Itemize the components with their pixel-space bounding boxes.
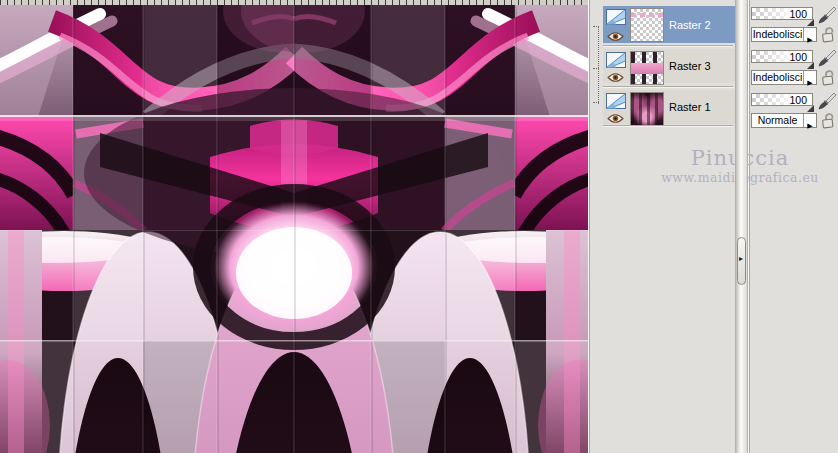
blend-mode-value: Indebolisci <box>752 71 803 84</box>
dropdown-arrow-icon: ▶ <box>807 36 812 43</box>
opacity-slider[interactable]: 100 <box>751 50 813 63</box>
layer-thumbnail <box>630 8 664 42</box>
dropdown-arrow-button[interactable]: ▶ <box>803 71 816 84</box>
panel-splitter[interactable]: ▸ <box>735 0 748 453</box>
opacity-value: 100 <box>789 8 807 20</box>
opacity-value: 100 <box>789 51 807 63</box>
splitter-handle[interactable]: ▸ <box>737 237 746 285</box>
layer-name-label: Raster 1 <box>669 101 711 113</box>
layer-thumbnail <box>630 92 664 126</box>
layer-control-block: 100 Normale ▶ <box>749 92 838 135</box>
raster-layer-icon <box>606 52 626 68</box>
lock-icon[interactable] <box>819 25 838 44</box>
layer-control-block: 100 Indebolisci ▶ <box>749 49 838 92</box>
dropdown-arrow-icon: ▶ <box>807 79 812 86</box>
raster-layer-icon <box>606 93 626 109</box>
layers-panel: Raster 2 Raster 3 <box>588 0 736 453</box>
app-screen: Pinuccia www.maidiregrafica.eu <box>0 0 838 453</box>
dropdown-arrow-button[interactable]: ▶ <box>803 114 816 127</box>
row-separator <box>603 86 733 88</box>
blend-mode-dropdown[interactable]: Indebolisci ▶ <box>751 70 817 85</box>
layer-link-rail <box>598 26 599 104</box>
opacity-slider[interactable]: 100 <box>751 7 813 20</box>
raster-layer-icon <box>606 9 626 25</box>
layer-link-stub <box>593 26 599 27</box>
canvas-artwork[interactable] <box>0 5 588 453</box>
layer-row-raster-1[interactable]: Raster 1 <box>603 90 735 124</box>
brush-icon[interactable] <box>817 6 837 24</box>
layer-controls-panel: 100 Indebolisci ▶ <box>748 0 838 453</box>
layer-name-label: Raster 3 <box>669 60 711 72</box>
layer-row-raster-2[interactable]: Raster 2 <box>603 6 735 43</box>
opacity-slider-handle[interactable] <box>807 105 814 112</box>
layer-control-block: 100 Indebolisci ▶ <box>749 6 838 49</box>
opacity-value: 100 <box>789 94 807 106</box>
layer-name-label: Raster 2 <box>669 19 711 31</box>
visibility-eye-icon[interactable] <box>607 28 624 39</box>
list-bottom-separator <box>603 125 733 127</box>
visibility-eye-icon[interactable] <box>607 69 624 80</box>
layer-link-stub <box>593 102 599 103</box>
blend-mode-value: Normale <box>752 114 803 127</box>
layer-row-raster-3[interactable]: Raster 3 <box>603 49 735 83</box>
brush-icon[interactable] <box>817 92 837 110</box>
dropdown-arrow-icon: ▶ <box>807 122 812 129</box>
canvas-area[interactable] <box>0 0 588 453</box>
opacity-slider-handle[interactable] <box>807 62 814 69</box>
blend-mode-dropdown[interactable]: Indebolisci ▶ <box>751 27 817 42</box>
blend-mode-value: Indebolisci <box>752 28 803 41</box>
collapse-arrow-icon: ▸ <box>739 255 743 263</box>
lock-icon[interactable] <box>819 111 838 130</box>
blend-mode-dropdown[interactable]: Normale ▶ <box>751 113 817 128</box>
brush-icon[interactable] <box>817 49 837 67</box>
row-separator <box>603 45 733 47</box>
visibility-eye-icon[interactable] <box>607 110 624 121</box>
dropdown-arrow-button[interactable]: ▶ <box>803 28 816 41</box>
layer-link-stub <box>593 68 599 69</box>
opacity-slider[interactable]: 100 <box>751 93 813 106</box>
lock-icon[interactable] <box>819 68 838 87</box>
opacity-slider-handle[interactable] <box>807 19 814 26</box>
layer-thumbnail <box>630 51 664 85</box>
